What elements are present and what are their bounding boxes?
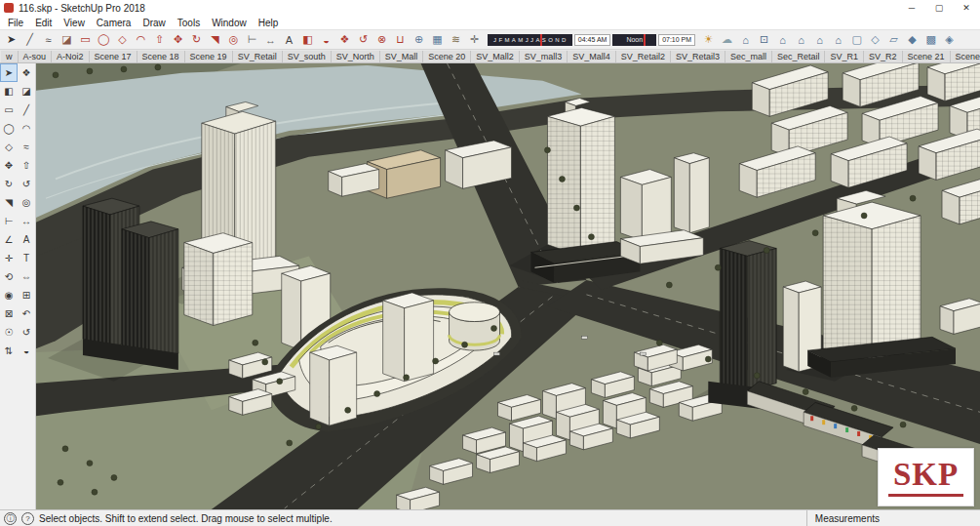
dimension-tool[interactable]: ↔ <box>18 212 35 230</box>
close-button[interactable]: ✕ <box>953 0 980 16</box>
freehand-tool[interactable]: ≈ <box>18 138 35 156</box>
scene-tab[interactable]: Scene 17 <box>90 51 137 62</box>
scene-tab[interactable]: A-sou <box>19 51 53 62</box>
scene-tab[interactable]: SV_R2 <box>864 51 903 62</box>
push-pull-tool[interactable]: ⇧ <box>18 156 35 175</box>
outer-shell-tool-icon[interactable]: ⊔ <box>391 31 410 48</box>
eraser-tool[interactable]: ◪ <box>18 82 35 101</box>
tape-measure-tool[interactable]: ⊢ <box>0 212 18 230</box>
intersect-tool-icon[interactable]: ⊗ <box>372 31 391 48</box>
previous-view-tool[interactable]: ↶ <box>18 304 35 323</box>
axes-tool[interactable]: ✛ <box>0 249 18 267</box>
scene-tab[interactable]: SV_Mall2 <box>471 51 520 62</box>
zoom-window-tool[interactable]: ⊞ <box>18 286 35 304</box>
polygon-tool[interactable]: ◇ <box>0 138 18 156</box>
paint-bucket-tool[interactable]: ◧ <box>0 82 18 101</box>
left-view-icon[interactable]: ⌂ <box>829 31 847 48</box>
circle-tool-icon[interactable]: ◯ <box>95 31 113 48</box>
make-component-tool[interactable]: ❖ <box>18 63 35 82</box>
minimize-button[interactable]: ─ <box>898 0 925 16</box>
menu-item[interactable]: Camera <box>91 18 137 28</box>
measurements-input[interactable] <box>880 511 976 525</box>
offset-tool-icon[interactable]: ◎ <box>224 31 243 48</box>
fog-toggle-icon[interactable]: ☁ <box>718 31 736 48</box>
select-tool[interactable]: ➤ <box>0 63 18 82</box>
offset-tool[interactable]: ◎ <box>18 193 35 212</box>
move-tool-icon[interactable]: ✥ <box>169 31 187 48</box>
date-marker[interactable] <box>540 34 542 46</box>
scene-tab[interactable]: SV_R1 <box>825 51 864 62</box>
arc-tool[interactable]: ◠ <box>18 119 35 138</box>
shadow-time-slider[interactable]: Noon <box>612 34 656 46</box>
scene-tab[interactable]: SV_south <box>283 51 332 62</box>
section-plane-tool-icon[interactable]: ◒ <box>317 31 335 48</box>
eraser-tool-icon[interactable]: ◪ <box>58 31 76 48</box>
protractor-tool[interactable]: ∠ <box>0 230 18 249</box>
look-around-tool[interactable]: ↺ <box>18 323 35 342</box>
top-view-icon[interactable]: ⊡ <box>755 31 773 48</box>
menu-item[interactable]: File <box>2 18 29 28</box>
zoom-extents-tool[interactable]: ⊠ <box>0 304 18 323</box>
pan-tool[interactable]: ⇔ <box>18 267 35 286</box>
line-tool[interactable]: ╱ <box>18 101 35 119</box>
circle-tool[interactable]: ◯ <box>0 119 18 138</box>
add-location-icon[interactable]: ⊕ <box>410 31 428 48</box>
scene-tab[interactable]: SV_Mall <box>380 51 424 62</box>
axes-tool-icon[interactable]: ✛ <box>465 31 484 48</box>
sandbox-tool-icon[interactable]: ≋ <box>447 31 465 48</box>
geolocation-icon[interactable]: ⓘ <box>4 512 17 525</box>
zoom-tool[interactable]: ◉ <box>0 286 18 304</box>
scene-tab[interactable]: Sec_mall <box>725 51 772 62</box>
rotate-tool-icon[interactable]: ↻ <box>187 31 206 48</box>
rotate-tool[interactable]: ↻ <box>0 175 18 193</box>
iso-view-icon[interactable]: ⌂ <box>736 31 755 48</box>
menu-item[interactable]: Window <box>206 18 253 28</box>
polygon-tool-icon[interactable]: ◇ <box>113 31 132 48</box>
dimension-tool-icon[interactable]: ↔ <box>261 31 280 48</box>
select-tool-icon[interactable]: ➤ <box>2 31 20 48</box>
scene-tab[interactable]: SV_mall3 <box>520 51 568 62</box>
scale-tool-icon[interactable]: ◥ <box>206 31 224 48</box>
x-ray-style-icon[interactable]: ▢ <box>847 31 866 48</box>
hidden-line-style-icon[interactable]: ▱ <box>884 31 903 48</box>
maximize-button[interactable]: ▢ <box>925 0 953 16</box>
monochrome-style-icon[interactable]: ◈ <box>940 31 959 48</box>
scene-tab[interactable]: SV_Retail <box>233 51 283 62</box>
menu-item[interactable]: View <box>58 18 91 28</box>
scene-tab[interactable]: Sec_Retail <box>772 51 826 62</box>
viewport-3d[interactable]: SKP <box>36 63 980 509</box>
scene-tab[interactable]: SV_Mall4 <box>568 51 616 62</box>
menu-item[interactable]: Draw <box>137 18 171 28</box>
model-canvas[interactable] <box>36 63 980 509</box>
section-plane-tool[interactable]: ◒ <box>18 342 35 360</box>
paint-bucket-tool-icon[interactable]: ◧ <box>298 31 317 48</box>
match-photo-icon[interactable]: ▦ <box>428 31 447 48</box>
help-icon[interactable]: ? <box>21 512 34 525</box>
scene-tab[interactable]: Scene 21 <box>903 51 951 62</box>
rectangle-tool[interactable]: ▭ <box>0 101 18 119</box>
time-marker[interactable] <box>644 34 646 46</box>
line-tool-icon[interactable]: ╱ <box>20 31 39 48</box>
scale-tool[interactable]: ◥ <box>0 193 18 212</box>
scene-tab[interactable]: SV_North <box>332 51 380 62</box>
right-view-icon[interactable]: ⌂ <box>792 31 810 48</box>
text-tool[interactable]: A <box>18 230 35 249</box>
move-tool[interactable]: ✥ <box>0 156 18 175</box>
front-view-icon[interactable]: ⌂ <box>773 31 792 48</box>
scene-tab[interactable]: Scene 18 <box>137 51 185 62</box>
scene-tab[interactable]: A-Noi2 <box>52 51 90 62</box>
shadow-date-slider[interactable]: JFMAMJJASOND <box>488 34 572 46</box>
freehand-tool-icon[interactable]: ≈ <box>39 31 58 48</box>
walk-tool[interactable]: ⇅ <box>0 342 18 360</box>
scene-tab[interactable]: SV_Retail2 <box>616 51 671 62</box>
menu-item[interactable]: Edit <box>29 18 58 28</box>
text-tool-icon[interactable]: A <box>280 31 298 48</box>
orbit-tool[interactable]: ⟲ <box>0 267 18 286</box>
wireframe-style-icon[interactable]: ◇ <box>866 31 884 48</box>
position-camera-tool[interactable]: ☉ <box>0 323 18 342</box>
scene-tab[interactable]: Scene 20 <box>423 51 471 62</box>
follow-me-tool[interactable]: ↺ <box>18 175 35 193</box>
scene-tab[interactable]: SV_Retail3 <box>671 51 725 62</box>
follow-me-tool-icon[interactable]: ↺ <box>354 31 372 48</box>
textured-style-icon[interactable]: ▩ <box>921 31 940 48</box>
